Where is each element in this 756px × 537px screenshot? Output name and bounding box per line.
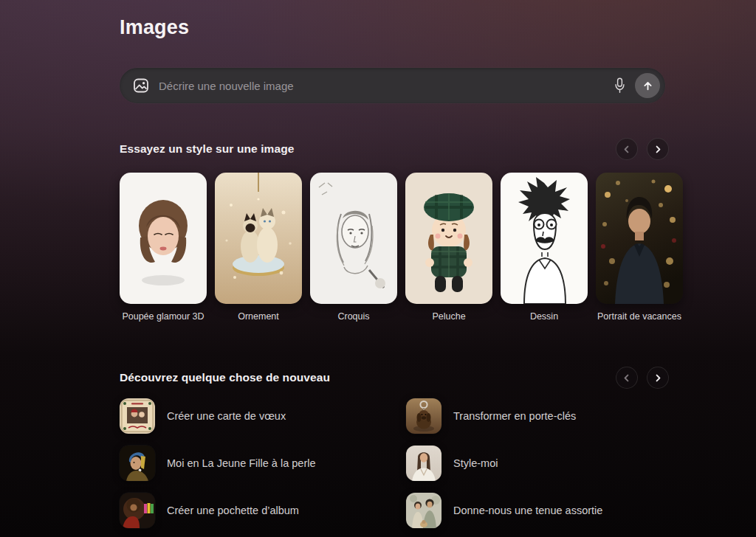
style-card-label: Ornement: [215, 311, 302, 323]
photo-icon[interactable]: [133, 77, 149, 94]
discover-item-greeting-card[interactable]: Créer une carte de vœux: [120, 398, 406, 434]
chevron-left-icon: [623, 145, 630, 153]
discover-items-grid: Créer une carte de vœux Moi en La Jeune …: [120, 398, 669, 528]
styles-section-title: Essayez un style sur une image: [120, 142, 294, 156]
microphone-icon[interactable]: [614, 77, 626, 94]
image-playground-window: Images Essayez un style sur une image: [0, 0, 756, 537]
chevron-right-icon: [654, 145, 662, 153]
style-card-label: Poupée glamour 3D: [120, 311, 207, 323]
styles-section-header: Essayez un style sur une image: [120, 137, 669, 161]
discover-item-label: Transformer en porte-clés: [453, 410, 576, 422]
discover-item-label: Créer une carte de vœux: [167, 410, 286, 422]
prompt-input[interactable]: [159, 80, 609, 92]
styles-prev-button[interactable]: [616, 138, 638, 160]
styles-carousel-nav: [616, 138, 669, 160]
style-card-label: Peluche: [405, 311, 492, 323]
chevron-left-icon: [623, 374, 630, 382]
discover-section-title: Découvrez quelque chose de nouveau: [120, 371, 330, 384]
style-cards-carousel: Poupée glamour 3D: [120, 173, 683, 323]
arrow-up-icon: [642, 80, 653, 91]
discover-item-pearl-girl[interactable]: Moi en La Jeune Fille à la perle: [120, 446, 406, 481]
style-card-image-cartoon-drawing: [501, 173, 588, 304]
style-card-dessin[interactable]: Dessin: [501, 173, 588, 323]
discover-item-label: Créer une pochette d’album: [167, 505, 299, 516]
discover-item-matching-outfit[interactable]: Donne-nous une tenue assortie: [406, 493, 669, 528]
thumb-dog-keychain: [406, 398, 441, 434]
discover-item-label: Moi en La Jeune Fille à la perle: [167, 457, 316, 469]
style-card-glamour-doll-3d[interactable]: Poupée glamour 3D: [120, 173, 207, 323]
discover-section-header: Découvrez quelque chose de nouveau: [120, 366, 669, 389]
style-card-image-siamese-cats-ornament: [215, 173, 302, 304]
discover-item-label: Donne-nous une tenue assortie: [453, 505, 602, 516]
style-card-image-pencil-sketch: [310, 173, 397, 304]
discover-item-album-cover[interactable]: Créer une pochette d’album: [120, 493, 406, 528]
thumb-album-cover: [120, 493, 155, 528]
discover-item-style-me[interactable]: Style-moi: [406, 446, 669, 481]
send-button[interactable]: [635, 73, 660, 98]
discover-next-button[interactable]: [647, 367, 669, 389]
style-card-croquis[interactable]: Croquis: [310, 173, 397, 323]
style-card-ornament[interactable]: Ornement: [215, 173, 302, 323]
style-card-label: Dessin: [501, 311, 588, 323]
thumb-woman-white-outfit: [406, 446, 441, 481]
discover-carousel-nav: [616, 367, 669, 389]
discover-item-keychain[interactable]: Transformer en porte-clés: [406, 398, 669, 434]
style-card-image-plush-doll: [405, 173, 492, 304]
page-title: Images: [120, 16, 189, 39]
thumb-girl-with-pearl-earring: [120, 446, 155, 481]
thumb-matching-outfits-couple: [406, 493, 441, 528]
style-card-image-glamour-doll: [120, 173, 207, 304]
style-card-portrait-vacances[interactable]: Portrait de vacances: [596, 173, 683, 323]
style-card-peluche[interactable]: Peluche: [405, 173, 492, 323]
prompt-bar[interactable]: [120, 68, 665, 103]
discover-prev-button[interactable]: [616, 367, 638, 389]
thumb-holiday-greeting-card: [120, 398, 155, 434]
style-card-image-holiday-portrait: [596, 173, 683, 304]
styles-next-button[interactable]: [647, 138, 669, 160]
style-card-label: Portrait de vacances: [596, 311, 683, 323]
style-card-label: Croquis: [310, 311, 397, 323]
discover-item-label: Style-moi: [453, 457, 498, 469]
chevron-right-icon: [654, 374, 662, 382]
